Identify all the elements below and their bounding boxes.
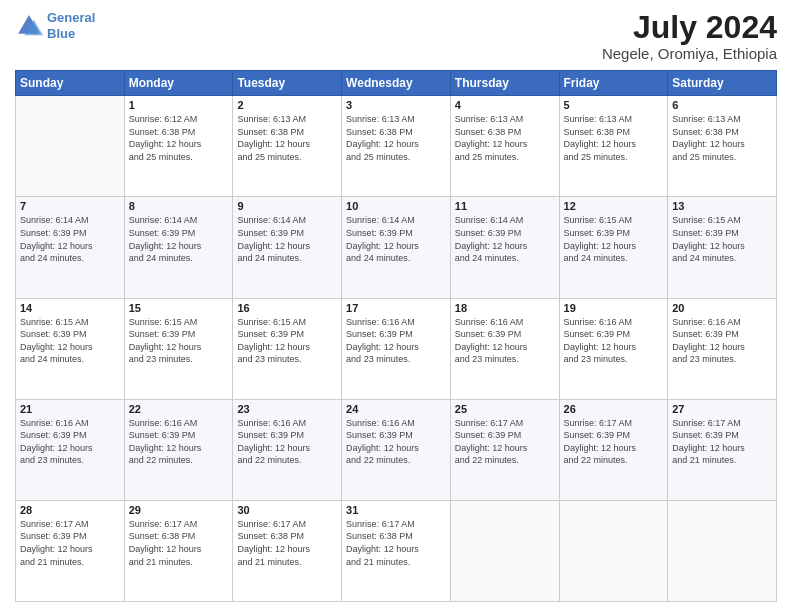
day-info: Sunrise: 6:16 AM Sunset: 6:39 PM Dayligh… (20, 417, 120, 467)
calendar-header-tuesday: Tuesday (233, 71, 342, 96)
calendar-cell: 4Sunrise: 6:13 AM Sunset: 6:38 PM Daylig… (450, 96, 559, 197)
calendar-cell: 25Sunrise: 6:17 AM Sunset: 6:39 PM Dayli… (450, 399, 559, 500)
day-number: 31 (346, 504, 446, 516)
day-info: Sunrise: 6:17 AM Sunset: 6:38 PM Dayligh… (129, 518, 229, 568)
day-number: 27 (672, 403, 772, 415)
day-info: Sunrise: 6:16 AM Sunset: 6:39 PM Dayligh… (237, 417, 337, 467)
day-info: Sunrise: 6:17 AM Sunset: 6:38 PM Dayligh… (346, 518, 446, 568)
calendar-cell: 7Sunrise: 6:14 AM Sunset: 6:39 PM Daylig… (16, 197, 125, 298)
day-number: 7 (20, 200, 120, 212)
day-info: Sunrise: 6:14 AM Sunset: 6:39 PM Dayligh… (346, 214, 446, 264)
day-info: Sunrise: 6:15 AM Sunset: 6:39 PM Dayligh… (672, 214, 772, 264)
calendar-cell: 16Sunrise: 6:15 AM Sunset: 6:39 PM Dayli… (233, 298, 342, 399)
calendar-cell: 8Sunrise: 6:14 AM Sunset: 6:39 PM Daylig… (124, 197, 233, 298)
logo-general: General (47, 10, 95, 25)
day-number: 19 (564, 302, 664, 314)
day-number: 16 (237, 302, 337, 314)
day-number: 8 (129, 200, 229, 212)
day-info: Sunrise: 6:16 AM Sunset: 6:39 PM Dayligh… (672, 316, 772, 366)
day-info: Sunrise: 6:13 AM Sunset: 6:38 PM Dayligh… (564, 113, 664, 163)
calendar-cell (450, 500, 559, 601)
day-info: Sunrise: 6:17 AM Sunset: 6:39 PM Dayligh… (672, 417, 772, 467)
day-number: 28 (20, 504, 120, 516)
day-number: 29 (129, 504, 229, 516)
location: Negele, Oromiya, Ethiopia (602, 45, 777, 62)
calendar-cell: 24Sunrise: 6:16 AM Sunset: 6:39 PM Dayli… (342, 399, 451, 500)
logo: General Blue (15, 10, 95, 41)
title-block: July 2024 Negele, Oromiya, Ethiopia (602, 10, 777, 62)
calendar-week-2: 7Sunrise: 6:14 AM Sunset: 6:39 PM Daylig… (16, 197, 777, 298)
calendar-cell: 2Sunrise: 6:13 AM Sunset: 6:38 PM Daylig… (233, 96, 342, 197)
day-number: 24 (346, 403, 446, 415)
day-info: Sunrise: 6:13 AM Sunset: 6:38 PM Dayligh… (346, 113, 446, 163)
calendar-cell (668, 500, 777, 601)
day-info: Sunrise: 6:16 AM Sunset: 6:39 PM Dayligh… (346, 316, 446, 366)
calendar-cell: 11Sunrise: 6:14 AM Sunset: 6:39 PM Dayli… (450, 197, 559, 298)
header: General Blue July 2024 Negele, Oromiya, … (15, 10, 777, 62)
day-info: Sunrise: 6:15 AM Sunset: 6:39 PM Dayligh… (564, 214, 664, 264)
calendar-header-wednesday: Wednesday (342, 71, 451, 96)
day-info: Sunrise: 6:16 AM Sunset: 6:39 PM Dayligh… (455, 316, 555, 366)
day-number: 2 (237, 99, 337, 111)
day-info: Sunrise: 6:17 AM Sunset: 6:39 PM Dayligh… (564, 417, 664, 467)
calendar-cell: 12Sunrise: 6:15 AM Sunset: 6:39 PM Dayli… (559, 197, 668, 298)
calendar-header-sunday: Sunday (16, 71, 125, 96)
day-number: 9 (237, 200, 337, 212)
calendar-cell: 23Sunrise: 6:16 AM Sunset: 6:39 PM Dayli… (233, 399, 342, 500)
calendar-cell: 10Sunrise: 6:14 AM Sunset: 6:39 PM Dayli… (342, 197, 451, 298)
day-info: Sunrise: 6:13 AM Sunset: 6:38 PM Dayligh… (672, 113, 772, 163)
calendar-cell: 14Sunrise: 6:15 AM Sunset: 6:39 PM Dayli… (16, 298, 125, 399)
day-number: 6 (672, 99, 772, 111)
page: General Blue July 2024 Negele, Oromiya, … (0, 0, 792, 612)
calendar-cell: 31Sunrise: 6:17 AM Sunset: 6:38 PM Dayli… (342, 500, 451, 601)
calendar-cell: 13Sunrise: 6:15 AM Sunset: 6:39 PM Dayli… (668, 197, 777, 298)
calendar-cell (16, 96, 125, 197)
calendar-cell: 1Sunrise: 6:12 AM Sunset: 6:38 PM Daylig… (124, 96, 233, 197)
day-info: Sunrise: 6:15 AM Sunset: 6:39 PM Dayligh… (129, 316, 229, 366)
calendar-week-1: 1Sunrise: 6:12 AM Sunset: 6:38 PM Daylig… (16, 96, 777, 197)
calendar-cell: 21Sunrise: 6:16 AM Sunset: 6:39 PM Dayli… (16, 399, 125, 500)
calendar: SundayMondayTuesdayWednesdayThursdayFrid… (15, 70, 777, 602)
calendar-cell: 6Sunrise: 6:13 AM Sunset: 6:38 PM Daylig… (668, 96, 777, 197)
day-info: Sunrise: 6:13 AM Sunset: 6:38 PM Dayligh… (237, 113, 337, 163)
calendar-week-3: 14Sunrise: 6:15 AM Sunset: 6:39 PM Dayli… (16, 298, 777, 399)
calendar-cell: 5Sunrise: 6:13 AM Sunset: 6:38 PM Daylig… (559, 96, 668, 197)
day-number: 30 (237, 504, 337, 516)
calendar-header-saturday: Saturday (668, 71, 777, 96)
day-number: 15 (129, 302, 229, 314)
day-info: Sunrise: 6:15 AM Sunset: 6:39 PM Dayligh… (237, 316, 337, 366)
calendar-cell: 9Sunrise: 6:14 AM Sunset: 6:39 PM Daylig… (233, 197, 342, 298)
day-info: Sunrise: 6:15 AM Sunset: 6:39 PM Dayligh… (20, 316, 120, 366)
day-info: Sunrise: 6:12 AM Sunset: 6:38 PM Dayligh… (129, 113, 229, 163)
calendar-cell: 28Sunrise: 6:17 AM Sunset: 6:39 PM Dayli… (16, 500, 125, 601)
calendar-week-4: 21Sunrise: 6:16 AM Sunset: 6:39 PM Dayli… (16, 399, 777, 500)
calendar-cell: 20Sunrise: 6:16 AM Sunset: 6:39 PM Dayli… (668, 298, 777, 399)
day-info: Sunrise: 6:13 AM Sunset: 6:38 PM Dayligh… (455, 113, 555, 163)
calendar-cell: 15Sunrise: 6:15 AM Sunset: 6:39 PM Dayli… (124, 298, 233, 399)
day-number: 12 (564, 200, 664, 212)
day-info: Sunrise: 6:14 AM Sunset: 6:39 PM Dayligh… (237, 214, 337, 264)
calendar-cell: 29Sunrise: 6:17 AM Sunset: 6:38 PM Dayli… (124, 500, 233, 601)
day-number: 20 (672, 302, 772, 314)
day-number: 25 (455, 403, 555, 415)
day-number: 14 (20, 302, 120, 314)
day-number: 13 (672, 200, 772, 212)
day-number: 3 (346, 99, 446, 111)
day-number: 17 (346, 302, 446, 314)
calendar-cell: 3Sunrise: 6:13 AM Sunset: 6:38 PM Daylig… (342, 96, 451, 197)
day-info: Sunrise: 6:14 AM Sunset: 6:39 PM Dayligh… (455, 214, 555, 264)
logo-text: General Blue (47, 10, 95, 41)
calendar-week-5: 28Sunrise: 6:17 AM Sunset: 6:39 PM Dayli… (16, 500, 777, 601)
calendar-cell: 27Sunrise: 6:17 AM Sunset: 6:39 PM Dayli… (668, 399, 777, 500)
day-info: Sunrise: 6:14 AM Sunset: 6:39 PM Dayligh… (129, 214, 229, 264)
day-number: 5 (564, 99, 664, 111)
calendar-cell: 17Sunrise: 6:16 AM Sunset: 6:39 PM Dayli… (342, 298, 451, 399)
day-info: Sunrise: 6:17 AM Sunset: 6:39 PM Dayligh… (20, 518, 120, 568)
logo-blue: Blue (47, 26, 75, 41)
calendar-cell: 30Sunrise: 6:17 AM Sunset: 6:38 PM Dayli… (233, 500, 342, 601)
day-number: 10 (346, 200, 446, 212)
month-year: July 2024 (602, 10, 777, 45)
day-number: 22 (129, 403, 229, 415)
day-number: 21 (20, 403, 120, 415)
day-number: 23 (237, 403, 337, 415)
